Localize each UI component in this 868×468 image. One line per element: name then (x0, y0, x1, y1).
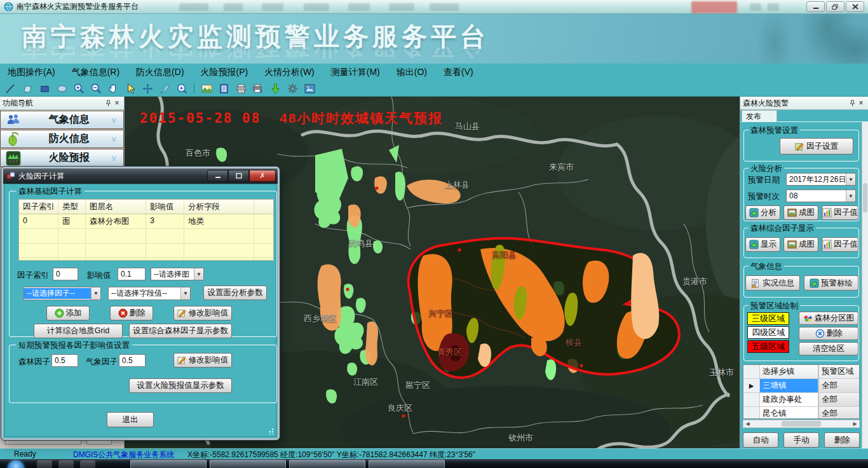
start-button[interactable] (8, 460, 24, 468)
ellipse-tool-icon[interactable] (55, 82, 68, 95)
pan-hand-icon[interactable] (107, 82, 119, 95)
select-arrow-icon[interactable] (124, 82, 137, 95)
rectangle-tool-icon[interactable] (38, 82, 51, 95)
composite-display-params-button[interactable]: 设置综合森林因子显示参数 (129, 324, 232, 338)
taskbar-icon[interactable] (58, 460, 74, 468)
action-button-手动[interactable]: 手动 (783, 432, 819, 448)
warning-level-四级区域[interactable]: 四级区域 (747, 326, 789, 339)
chevron-down-icon[interactable]: ∨ (111, 153, 117, 163)
taskbar-window-button[interactable] (369, 460, 445, 468)
clear-drawing-button[interactable]: 清空绘区 (799, 342, 858, 355)
analyze-button[interactable]: 分析 (745, 205, 780, 220)
delete-drawing-button[interactable]: 删除 (799, 327, 858, 340)
zoom-in-icon[interactable] (72, 82, 85, 95)
menu-item-气象信息(R)[interactable]: 气象信息(R) (72, 67, 119, 78)
factor-value-button[interactable]: 因子值 (822, 237, 858, 252)
town-cell[interactable]: 建政办事处 (760, 393, 818, 406)
taskbar-window-button[interactable] (289, 460, 365, 468)
table-row[interactable]: 昆仑镇全部 (743, 407, 859, 419)
settings-gear-icon[interactable] (286, 82, 299, 95)
warning-date-combo[interactable]: 2017年12月26日▼ (786, 173, 856, 186)
dialog-maximize-button[interactable] (228, 170, 249, 182)
close-button[interactable] (846, 1, 864, 12)
windows-taskbar[interactable] (0, 459, 868, 468)
make-map-button[interactable]: 成图 (783, 237, 818, 252)
fire-forecast-display-params-button[interactable]: 设置火险预报值显示参数 (129, 378, 232, 393)
menu-item-火情分析(W)[interactable]: 火情分析(W) (264, 67, 315, 78)
taskbar-window-button[interactable] (210, 460, 286, 468)
table-row[interactable]: ▶三塘镇全部 (743, 379, 859, 393)
menu-item-防火信息(D)[interactable]: 防火信息(D) (136, 67, 184, 78)
forest-zone-map-button[interactable]: 森林分区图 (799, 312, 858, 325)
close-icon[interactable]: × (112, 99, 121, 107)
display-button[interactable]: 显示 (745, 237, 780, 252)
table-horizontal-scrollbar[interactable]: ◀ ▶ (743, 420, 860, 428)
dialog-close-button[interactable]: ✗ (249, 170, 276, 182)
row-selector[interactable]: ▶ (743, 379, 760, 392)
add-factor-button[interactable]: 添加 (46, 306, 90, 320)
chevron-down-icon[interactable]: ∨ (111, 115, 117, 125)
action-button-自动[interactable]: 自动 (743, 432, 778, 448)
fire-factor-dialog[interactable]: 火险因子计算 ✗ 森林基础因子计算 因子索引类型图层名影响值分析字段0面森林分布… (1, 167, 280, 440)
area-analysis-params-button[interactable]: 设置面分析参数 (203, 286, 267, 300)
make-map-button[interactable]: 成图 (783, 205, 818, 220)
scrollbar-thumb[interactable] (863, 183, 867, 212)
line-tool-icon[interactable] (4, 82, 17, 95)
menu-item-测量计算(M)[interactable]: 测量计算(M) (331, 67, 380, 78)
field-combo[interactable]: --请选择字段值--▼ (108, 287, 191, 300)
dialog-minimize-button[interactable] (207, 170, 228, 182)
town-cell[interactable]: 三塘镇 (760, 379, 818, 392)
table-row[interactable]: 建政办事处全部 (743, 393, 859, 407)
image-export-icon[interactable] (200, 82, 213, 95)
dialog-title-bar[interactable]: 火险因子计算 ✗ (3, 169, 278, 184)
layer-combo[interactable]: --请选择图▼ (151, 268, 204, 280)
scroll-left-arrow[interactable]: ◀ (743, 421, 752, 427)
restore-button[interactable] (826, 1, 844, 12)
warning-level-五级区域[interactable]: 五级区域 (747, 340, 789, 353)
area-dropdown-cell[interactable]: 全部 (818, 393, 859, 406)
menu-item-地图操作(A)[interactable]: 地图操作(A) (8, 67, 55, 78)
menu-item-火险预报(P)[interactable]: 火险预报(P) (201, 67, 248, 78)
row-selector[interactable] (743, 393, 760, 406)
printer-icon[interactable] (234, 82, 247, 95)
weather-factor-input[interactable] (119, 354, 146, 367)
live-info-button[interactable]: 实况信息 (745, 275, 800, 291)
taskbar-icon[interactable] (80, 460, 95, 468)
factor-settings-button[interactable]: 因子设置 (780, 138, 853, 155)
exit-button[interactable]: 退出 (107, 412, 154, 427)
area-dropdown-cell[interactable]: 全部 (818, 379, 859, 392)
modify-impact-button-2[interactable]: 修改影响值 (173, 353, 232, 368)
scrollbar-thumb[interactable] (782, 421, 821, 427)
taskbar-icon[interactable] (37, 460, 52, 468)
factor-index-input[interactable] (53, 268, 78, 280)
delete-factor-button[interactable]: 删除 (110, 306, 153, 320)
forest-factor-input[interactable] (51, 354, 78, 367)
town-selection-table[interactable]: 选择乡镇预警区域▶三塘镇全部建政办事处全部昆仑镇全部全部 (743, 364, 860, 419)
identify-brush-icon[interactable] (158, 82, 171, 95)
impact-value-input[interactable] (118, 268, 146, 280)
calc-composite-grid-button[interactable]: 计算综合地质Grid (34, 324, 123, 338)
sidebar-item-火险预报[interactable]: 火险预报∨ (0, 149, 124, 167)
modify-impact-button[interactable]: 修改影响值 (173, 306, 232, 320)
menu-item-查看(V)[interactable]: 查看(V) (444, 67, 473, 78)
dialog-resize-grip[interactable] (268, 428, 274, 434)
scroll-right-arrow[interactable]: ▶ (851, 421, 859, 427)
close-icon[interactable]: × (857, 99, 865, 107)
menu-item-输出(O)[interactable]: 输出(O) (397, 67, 427, 78)
factor-table[interactable]: 因子索引类型图层名影响值分析字段0面森林分布图3地类 (18, 199, 274, 261)
panel-vertical-scrollbar[interactable] (862, 122, 868, 448)
zoom-out-icon[interactable] (90, 82, 102, 95)
tab-publish[interactable]: 发布 (742, 110, 777, 122)
map-document-icon[interactable] (217, 82, 230, 95)
print-export-icon[interactable] (252, 82, 264, 95)
pin-icon[interactable] (104, 99, 112, 107)
sidebar-item-防火信息[interactable]: 防火信息∨ (0, 130, 124, 148)
warning-level-三级区域[interactable]: 三级区域 (747, 312, 789, 325)
town-cell[interactable]: 昆仑镇 (760, 407, 818, 419)
picture-viewer-icon[interactable] (303, 82, 316, 95)
action-button-删除[interactable]: 删除 (824, 432, 860, 448)
pan-arrows-icon[interactable] (141, 82, 154, 95)
warning-plot-button[interactable]: 预警标绘 (804, 275, 858, 291)
table-row[interactable]: 0面森林分布图3地类 (19, 214, 273, 229)
warning-time-combo[interactable]: 08▼ (786, 189, 856, 202)
